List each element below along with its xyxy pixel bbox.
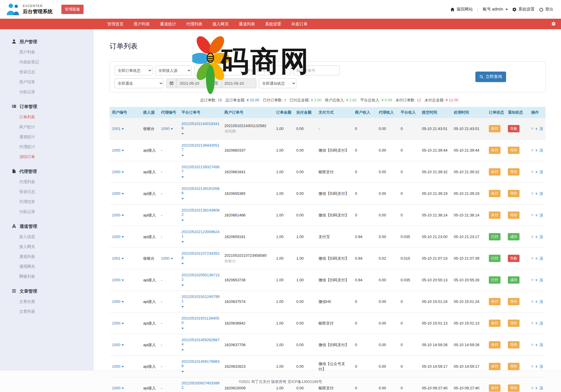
expand-caret-icon[interactable]: [181, 220, 184, 221]
sidebar-item[interactable]: 代理结算: [0, 197, 93, 207]
user-id-link[interactable]: 1000: [112, 148, 124, 152]
refresh-icon[interactable]: [531, 213, 534, 217]
refresh-icon[interactable]: [531, 148, 534, 152]
platform-order-link[interactable]: 2021051021394430517: [181, 143, 220, 152]
sidebar-item[interactable]: 代理列表: [0, 177, 93, 187]
expand-caret-icon[interactable]: [181, 306, 184, 308]
trash-icon[interactable]: [535, 321, 538, 325]
calendar-button[interactable]: [166, 78, 177, 88]
freeze-link[interactable]: 冻: [539, 126, 543, 131]
expand-caret-icon[interactable]: [181, 241, 184, 243]
sidebar-item[interactable]: 接入网关: [0, 242, 93, 252]
platform-order-link[interactable]: 2021051014591768638: [181, 359, 220, 368]
sidebar-group-title[interactable]: 订单管理: [0, 102, 93, 112]
nav-item[interactable]: 用户列表: [129, 19, 155, 29]
sidebar-item[interactable]: 用户结算: [0, 77, 93, 87]
refresh-icon[interactable]: [531, 321, 534, 325]
sidebar-item[interactable]: 网银列表: [0, 272, 93, 282]
trash-icon[interactable]: [535, 127, 538, 131]
refresh-icon[interactable]: [531, 300, 534, 303]
platform-order-link[interactable]: 2021051021072343528: [181, 251, 220, 260]
sidebar-item[interactable]: 登录日志: [0, 67, 93, 77]
user-id-link[interactable]: 1000: [112, 278, 124, 282]
platform-order-input[interactable]: [244, 65, 290, 75]
user-id-link[interactable]: 1001: [112, 126, 124, 131]
freeze-link[interactable]: 冻: [539, 234, 543, 240]
sidebar-item[interactable]: 订单列表: [0, 112, 93, 122]
freeze-link[interactable]: 冻: [539, 213, 543, 218]
user-id-link[interactable]: 1000: [112, 213, 124, 217]
sidebar-item[interactable]: 代理统计: [0, 142, 93, 152]
expand-caret-icon[interactable]: [181, 133, 184, 135]
freeze-link[interactable]: 冻: [539, 364, 543, 369]
nav-item[interactable]: 系统设置: [260, 19, 286, 29]
merchant-order-input[interactable]: [293, 65, 340, 75]
expand-caret-icon[interactable]: [181, 263, 184, 264]
sidebar-item[interactable]: 通道列表: [0, 252, 93, 262]
trash-icon[interactable]: [535, 235, 538, 239]
user-name-input[interactable]: [194, 65, 241, 75]
platform-order-link[interactable]: 2021051009274033992: [181, 381, 220, 390]
sidebar-item[interactable]: 付款记录: [0, 207, 93, 217]
sidebar-item[interactable]: 用户列表: [0, 47, 93, 57]
nav-item[interactable]: 通道列表: [234, 19, 260, 29]
agent-id-link[interactable]: 1000: [161, 126, 173, 131]
trash-icon[interactable]: [535, 148, 538, 152]
freeze-link[interactable]: 冻: [539, 321, 543, 326]
sidebar-item[interactable]: 文章分类: [0, 297, 93, 307]
trash-icon[interactable]: [535, 192, 538, 196]
refresh-icon[interactable]: [531, 256, 534, 260]
back-site-link[interactable]: 返回网站: [450, 7, 473, 12]
trash-icon[interactable]: [535, 300, 538, 304]
user-id-link[interactable]: 1000: [112, 343, 124, 347]
expand-caret-icon[interactable]: [181, 349, 184, 351]
nav-gear-button[interactable]: [551, 22, 556, 27]
platform-order-link[interactable]: 2021051015012457991: [181, 294, 220, 303]
order-status-select[interactable]: 全部订单状态: [115, 65, 153, 75]
user-id-link[interactable]: 1000: [112, 299, 124, 304]
trash-icon[interactable]: [535, 343, 538, 347]
platform-order-link[interactable]: 2021051014592626874: [181, 338, 220, 346]
channel-select[interactable]: 全部通道: [115, 78, 164, 88]
access-source-select[interactable]: 全部接入源: [155, 65, 192, 75]
platform-order-link[interactable]: 2021051021381436082: [181, 208, 220, 217]
expand-caret-icon[interactable]: [181, 176, 184, 178]
expand-caret-icon[interactable]: [181, 155, 184, 156]
expand-caret-icon[interactable]: [181, 198, 184, 200]
user-id-link[interactable]: 1000: [112, 364, 124, 369]
platform-order-link[interactable]: 2021051021393274567: [181, 165, 220, 174]
refresh-icon[interactable]: [531, 127, 534, 131]
panel-badge-button[interactable]: 管理面板: [61, 5, 84, 14]
freeze-link[interactable]: 冻: [539, 342, 543, 348]
platform-order-link[interactable]: 2021051020551367132: [181, 273, 220, 282]
trash-icon[interactable]: [535, 256, 538, 261]
sidebar-item[interactable]: 文章列表: [0, 307, 93, 317]
agent-id-link[interactable]: 1000: [161, 256, 173, 261]
expand-caret-icon[interactable]: [181, 285, 184, 286]
freeze-link[interactable]: 冻: [539, 169, 543, 175]
sidebar-item[interactable]: 通道统计: [0, 132, 93, 142]
trash-icon[interactable]: [535, 170, 538, 174]
user-id-link[interactable]: 1000: [112, 170, 124, 174]
user-id-link[interactable]: 1000: [112, 386, 124, 390]
search-button[interactable]: 立即查询: [475, 72, 506, 82]
sidebar-item[interactable]: 代收款登记: [0, 57, 93, 67]
platform-order-link[interactable]: 2021051021230086241: [181, 230, 220, 238]
refresh-icon[interactable]: [531, 235, 534, 239]
platform-order-link[interactable]: 2021051021391910586: [181, 186, 220, 195]
refresh-icon[interactable]: [531, 170, 534, 174]
platform-order-link[interactable]: 2021051015011394050: [181, 316, 220, 325]
trash-icon[interactable]: [535, 386, 538, 390]
sidebar-group-title[interactable]: 文章管理: [0, 286, 93, 297]
expand-caret-icon[interactable]: [181, 328, 184, 329]
account-dropdown[interactable]: 账号 admin: [483, 7, 508, 12]
trash-icon[interactable]: [535, 278, 538, 282]
notify-status-select[interactable]: 全部通知状态: [259, 78, 296, 88]
trash-icon[interactable]: [535, 213, 538, 217]
logout-link[interactable]: 登出: [539, 7, 553, 12]
trash-icon[interactable]: [535, 365, 538, 369]
refresh-icon[interactable]: [531, 192, 534, 195]
sidebar-group-title[interactable]: 代理管理: [0, 166, 93, 177]
date-to-input[interactable]: [221, 78, 256, 88]
sidebar-group-title[interactable]: 用户管理: [0, 37, 93, 47]
